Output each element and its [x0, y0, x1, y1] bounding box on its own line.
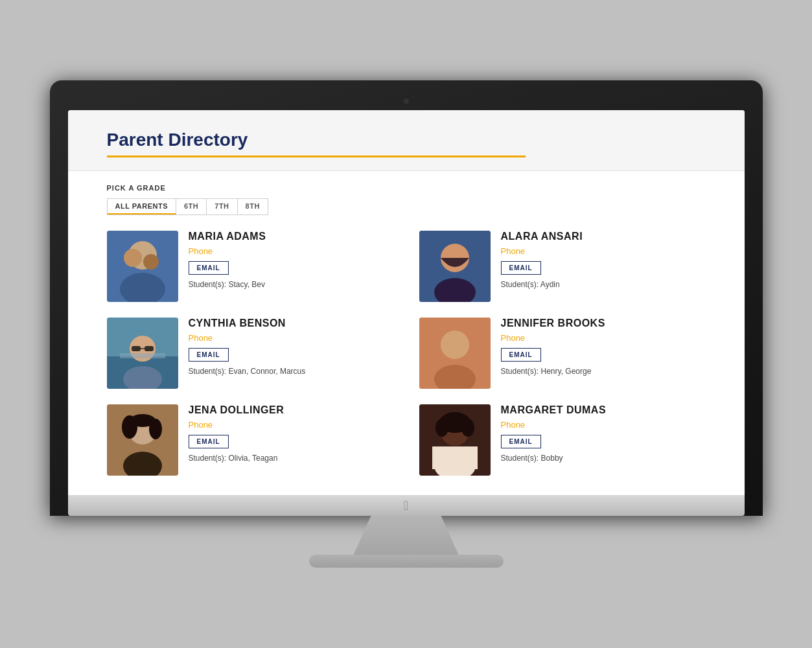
- parent-card-brooks: JENNIFER BROOKS Phone EMAIL Student(s): …: [419, 318, 706, 389]
- parent-name-benson: CYNTHIA BENSON: [189, 318, 393, 329]
- email-button-dollinger[interactable]: EMAIL: [189, 435, 229, 448]
- parent-students-adams: Student(s): Stacy, Bev: [189, 280, 393, 289]
- tab-6th[interactable]: 6TH: [176, 199, 207, 214]
- parent-photo-brooks: [419, 318, 491, 389]
- parent-info-adams: MARIA ADAMS Phone EMAIL Student(s): Stac…: [189, 231, 393, 289]
- parent-phone-adams[interactable]: Phone: [189, 246, 393, 256]
- parent-phone-benson[interactable]: Phone: [189, 333, 393, 343]
- parent-students-brooks: Student(s): Henry, George: [501, 367, 706, 376]
- parent-name-adams: MARIA ADAMS: [189, 231, 393, 242]
- title-underline: [107, 156, 526, 157]
- grade-section-label: PICK A GRADE: [107, 184, 706, 192]
- svg-point-33: [461, 419, 474, 437]
- page-title: Parent Directory: [107, 130, 706, 150]
- directory-grid: MARIA ADAMS Phone EMAIL Student(s): Stac…: [107, 231, 706, 476]
- parent-info-ansari: ALARA ANSARI Phone EMAIL Student(s): Ayd…: [501, 231, 706, 289]
- parent-card-dollinger: JENA DOLLINGER Phone EMAIL Student(s): O…: [107, 404, 393, 476]
- parent-info-dumas: MARGARET DUMAS Phone EMAIL Student(s): B…: [501, 404, 706, 463]
- page-header: Parent Directory: [68, 110, 745, 171]
- parent-phone-dollinger[interactable]: Phone: [189, 420, 393, 430]
- parent-info-brooks: JENNIFER BROOKS Phone EMAIL Student(s): …: [501, 318, 706, 376]
- imac-screen: Parent Directory PICK A GRADE ALL PARENT…: [68, 110, 745, 495]
- email-button-brooks[interactable]: EMAIL: [501, 348, 541, 362]
- email-button-benson[interactable]: EMAIL: [189, 348, 229, 362]
- svg-rect-30: [432, 446, 478, 469]
- svg-point-4: [143, 254, 159, 270]
- parent-photo-dollinger: [107, 404, 178, 476]
- tab-8th[interactable]: 8TH: [238, 199, 268, 214]
- imac-stand-top: [348, 516, 465, 555]
- imac-chin: : [68, 495, 745, 516]
- parent-photo-dumas: [419, 404, 491, 476]
- parent-photo-benson: [107, 318, 178, 389]
- parent-students-dumas: Student(s): Bobby: [501, 454, 706, 463]
- tab-all-parents[interactable]: ALL PARENTS: [108, 199, 177, 214]
- parent-photo-adams: [107, 231, 178, 302]
- parent-phone-dumas[interactable]: Phone: [501, 420, 706, 430]
- email-button-dumas[interactable]: EMAIL: [501, 435, 541, 448]
- imac-wrapper: Parent Directory PICK A GRADE ALL PARENT…: [50, 80, 763, 568]
- parent-name-brooks: JENNIFER BROOKS: [501, 318, 706, 329]
- imac-screen-bezel: Parent Directory PICK A GRADE ALL PARENT…: [50, 80, 763, 516]
- imac-camera: [404, 98, 409, 104]
- page-body: PICK A GRADE ALL PARENTS 6TH 7TH 8TH: [68, 171, 745, 495]
- svg-rect-13: [120, 353, 165, 358]
- apple-logo-icon: : [404, 498, 408, 513]
- grade-tabs: ALL PARENTS 6TH 7TH 8TH: [107, 198, 268, 215]
- imac-stand-base: [309, 555, 504, 568]
- parent-name-dollinger: JENA DOLLINGER: [189, 404, 393, 416]
- email-button-ansari[interactable]: EMAIL: [501, 261, 541, 275]
- parent-students-ansari: Student(s): Aydin: [501, 280, 706, 289]
- parent-card-benson: CYNTHIA BENSON Phone EMAIL Student(s): E…: [107, 318, 393, 389]
- parent-students-benson: Student(s): Evan, Connor, Marcus: [189, 367, 393, 376]
- svg-point-26: [130, 414, 156, 427]
- parent-info-benson: CYNTHIA BENSON Phone EMAIL Student(s): E…: [189, 318, 393, 376]
- email-button-adams[interactable]: EMAIL: [189, 261, 229, 275]
- svg-point-3: [124, 249, 142, 267]
- parent-card-adams: MARIA ADAMS Phone EMAIL Student(s): Stac…: [107, 231, 393, 302]
- parent-name-ansari: ALARA ANSARI: [501, 231, 706, 242]
- parent-name-dumas: MARGARET DUMAS: [501, 404, 706, 416]
- parent-phone-ansari[interactable]: Phone: [501, 246, 706, 256]
- parent-photo-ansari: [419, 231, 491, 302]
- svg-rect-20: [419, 318, 491, 389]
- parent-info-dollinger: JENA DOLLINGER Phone EMAIL Student(s): O…: [189, 404, 393, 463]
- parent-students-dollinger: Student(s): Olivia, Teagan: [189, 454, 393, 463]
- parent-phone-brooks[interactable]: Phone: [501, 333, 706, 343]
- svg-rect-14: [132, 346, 141, 351]
- parent-card-dumas: MARGARET DUMAS Phone EMAIL Student(s): B…: [419, 404, 706, 476]
- svg-point-32: [435, 419, 448, 437]
- svg-rect-15: [145, 346, 154, 351]
- tab-7th[interactable]: 7TH: [207, 199, 237, 214]
- parent-card-ansari: ALARA ANSARI Phone EMAIL Student(s): Ayd…: [419, 231, 706, 302]
